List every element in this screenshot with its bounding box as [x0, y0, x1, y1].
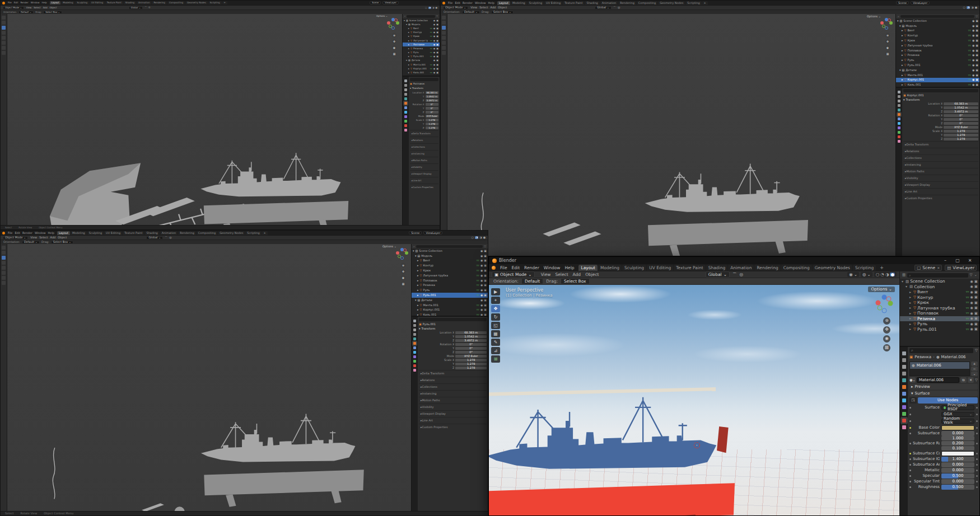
tab-sculpting[interactable]: Sculpting: [87, 231, 104, 235]
menu-view[interactable]: View: [30, 236, 37, 239]
outliner-item[interactable]: ▸▽Винт▿▿◉▣: [900, 289, 979, 295]
pan-icon[interactable]: ✥: [401, 269, 405, 274]
model-base[interactable]: [204, 470, 363, 506]
menu-window[interactable]: Window: [31, 2, 40, 4]
panel-collections[interactable]: ▸ Collections: [903, 154, 978, 161]
tab-layout[interactable]: Layout: [497, 1, 510, 5]
disclosure-icon[interactable]: ▾: [906, 285, 908, 288]
disclosure-icon[interactable]: ▾: [902, 280, 904, 283]
3d-viewport[interactable]: User Perspective (1) Collection | Резинк…: [489, 285, 899, 515]
3d-cursor[interactable]: [694, 442, 700, 448]
3d-viewport[interactable]: Options ⌄⊕✥◉▦: [7, 14, 402, 225]
tab-rendering[interactable]: Rendering: [754, 265, 780, 271]
properties-tab-render[interactable]: [902, 358, 906, 362]
solid-shading-icon[interactable]: ◔: [475, 236, 478, 239]
camera-render-icon[interactable]: ▣: [484, 304, 487, 307]
tab-geometry-nodes[interactable]: Geometry Nodes: [813, 265, 852, 271]
value-field[interactable]: 1.278: [455, 367, 487, 370]
panel-instancing[interactable]: ▸ Instancing: [903, 161, 978, 168]
panel-line-art[interactable]: ▸ Line Art: [903, 188, 978, 195]
eye-icon[interactable]: ◉: [972, 34, 974, 37]
camera-render-icon[interactable]: ▣: [974, 312, 978, 316]
color-swatch[interactable]: [941, 451, 974, 456]
properties-tab-texture[interactable]: [413, 369, 416, 372]
value-field[interactable]: 0°: [426, 111, 438, 114]
eye-icon[interactable]: ◉: [972, 39, 974, 42]
eye-icon[interactable]: ◉: [433, 35, 436, 37]
properties-tab-object[interactable]: [404, 102, 407, 105]
properties-tab-view-layer[interactable]: [902, 372, 906, 376]
decorator-dot[interactable]: [976, 433, 978, 434]
gizmo-axis-handle[interactable]: [396, 21, 399, 25]
properties-tab-tool[interactable]: [413, 320, 416, 322]
disclosure-icon[interactable]: ▸: [909, 290, 912, 294]
outliner-item[interactable]: ▸▽Резинка▿▿◉▣: [412, 283, 488, 288]
outliner-collection[interactable]: ▾▤Collection◉▣: [900, 284, 979, 290]
camera-render-icon[interactable]: ▣: [484, 299, 487, 302]
viewport-options-dropdown[interactable]: Options ⌄: [376, 15, 388, 17]
outliner-item[interactable]: ▸▽Крюк▿▿◉▣: [896, 38, 979, 43]
eye-icon[interactable]: ◉: [480, 264, 483, 267]
scene-selector[interactable]: Scene: [370, 1, 381, 4]
properties-tab-tool[interactable]: [898, 91, 900, 93]
outliner-item[interactable]: ▸▽Киль.001▿▿◉▣: [412, 312, 488, 317]
properties-tab-object[interactable]: [413, 342, 416, 345]
properties-tab-material[interactable]: [413, 364, 416, 367]
eye-icon[interactable]: ◉: [433, 20, 436, 22]
filter-icon[interactable]: ▽: [976, 15, 978, 18]
grid-view-icon[interactable]: ▦: [883, 344, 890, 351]
decorator-dot[interactable]: [976, 475, 978, 477]
orientation-value-dropdown[interactable]: Default ⌄: [18, 11, 34, 14]
eye-icon[interactable]: ◉: [972, 64, 974, 67]
search-icon[interactable]: ⌕: [404, 15, 405, 17]
add-workspace-button[interactable]: +: [262, 231, 268, 235]
scale-tool[interactable]: ◱: [491, 322, 500, 329]
grid-view-icon[interactable]: ▦: [401, 282, 405, 286]
menu-help[interactable]: Help: [564, 266, 574, 270]
camera-render-icon[interactable]: ▣: [484, 250, 487, 252]
value-slider[interactable]: 0.000: [941, 462, 974, 467]
outliner-search-input[interactable]: [416, 245, 483, 248]
outliner-item[interactable]: ▸▽Корпус.001▿▿◉▣: [412, 308, 488, 313]
panel-delta-transform[interactable]: ▸ Delta Transform: [903, 141, 978, 148]
value-field[interactable]: 1.278: [944, 134, 978, 137]
panel-transform[interactable]: ▾Transform: [419, 326, 487, 331]
panel-visibility[interactable]: ▸ Visibility: [410, 163, 438, 170]
eye-icon[interactable]: ◉: [970, 312, 973, 316]
properties-tab-material[interactable]: [898, 135, 900, 138]
value-field[interactable]: 1.0542 m: [426, 95, 438, 98]
value-field[interactable]: 1.278: [455, 363, 487, 366]
eye-icon[interactable]: ◉: [972, 78, 974, 81]
eye-icon[interactable]: ◉: [480, 284, 483, 287]
tab-uv-editing[interactable]: UV Editing: [544, 1, 562, 5]
value-field[interactable]: 68.383 m: [944, 102, 978, 106]
value-field[interactable]: 68.383 m: [455, 331, 487, 335]
panel-delta-transform[interactable]: ▸ Delta Transform: [419, 370, 487, 377]
menu-view[interactable]: View: [541, 273, 551, 277]
solid-shading-icon[interactable]: ◔: [967, 6, 970, 9]
properties-search-input[interactable]: [419, 318, 487, 321]
eye-icon[interactable]: ◉: [433, 27, 436, 30]
tool-button-6[interactable]: [442, 46, 446, 50]
model-prop[interactable]: [170, 506, 190, 511]
tab-scripting[interactable]: Scripting: [685, 1, 701, 5]
properties-tab-tool[interactable]: [902, 351, 906, 355]
eye-icon[interactable]: ◉: [970, 317, 973, 321]
tool-button-4[interactable]: [2, 266, 6, 270]
filter-icon[interactable]: ▽: [975, 349, 978, 353]
proportional-edit-icon[interactable]: ◎: [739, 273, 743, 277]
tool-button-3[interactable]: [2, 31, 6, 35]
properties-tab-material[interactable]: [902, 419, 906, 423]
panel-viewport-display[interactable]: ▸ Viewport Display: [903, 181, 978, 188]
outliner-item[interactable]: ▸▽Контур▿▿◉▣: [900, 295, 979, 301]
model-ship[interactable]: [201, 414, 356, 462]
properties-tab-physics[interactable]: [413, 351, 416, 354]
drag-value-dropdown[interactable]: Select Box: [561, 278, 589, 285]
outliner-item[interactable]: ▸▽Мачта.001▿▿◉▣: [403, 63, 440, 67]
tab-animation[interactable]: Animation: [728, 265, 754, 271]
close-button[interactable]: ✕: [964, 257, 976, 264]
camera-render-icon[interactable]: ▣: [976, 54, 978, 57]
properties-tab-render[interactable]: [413, 324, 416, 327]
eye-icon[interactable]: ◉: [972, 29, 974, 32]
menu-select[interactable]: Select: [555, 273, 568, 277]
